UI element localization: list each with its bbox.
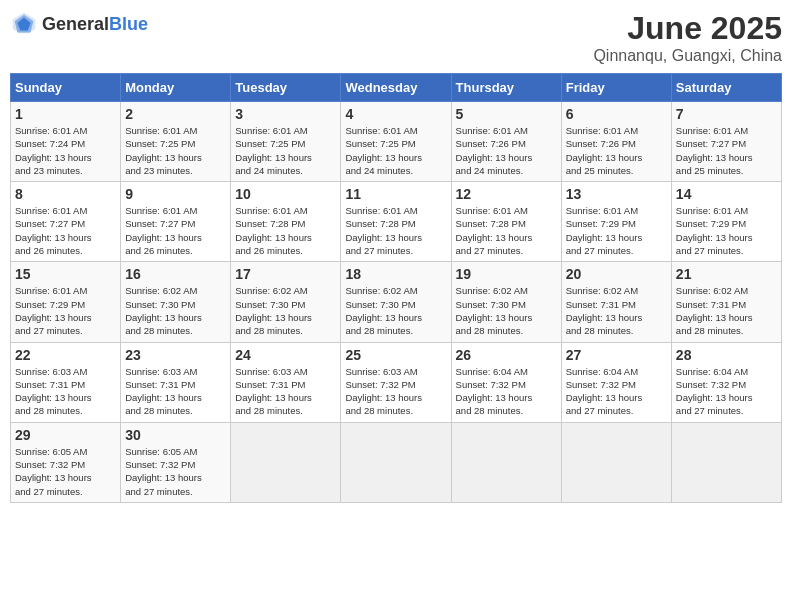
day-number: 29 bbox=[15, 427, 116, 443]
day-number: 7 bbox=[676, 106, 777, 122]
day-number: 22 bbox=[15, 347, 116, 363]
calendar-cell bbox=[671, 422, 781, 502]
day-info: Sunrise: 6:01 AM Sunset: 7:25 PM Dayligh… bbox=[125, 124, 226, 177]
day-number: 20 bbox=[566, 266, 667, 282]
day-info: Sunrise: 6:04 AM Sunset: 7:32 PM Dayligh… bbox=[676, 365, 777, 418]
calendar-cell: 1Sunrise: 6:01 AM Sunset: 7:24 PM Daylig… bbox=[11, 102, 121, 182]
calendar-cell: 14Sunrise: 6:01 AM Sunset: 7:29 PM Dayli… bbox=[671, 182, 781, 262]
day-info: Sunrise: 6:05 AM Sunset: 7:32 PM Dayligh… bbox=[125, 445, 226, 498]
day-number: 27 bbox=[566, 347, 667, 363]
day-number: 6 bbox=[566, 106, 667, 122]
day-number: 21 bbox=[676, 266, 777, 282]
calendar-cell: 20Sunrise: 6:02 AM Sunset: 7:31 PM Dayli… bbox=[561, 262, 671, 342]
calendar-cell: 4Sunrise: 6:01 AM Sunset: 7:25 PM Daylig… bbox=[341, 102, 451, 182]
day-info: Sunrise: 6:01 AM Sunset: 7:25 PM Dayligh… bbox=[345, 124, 446, 177]
subtitle: Qinnanqu, Guangxi, China bbox=[593, 47, 782, 65]
calendar-cell: 30Sunrise: 6:05 AM Sunset: 7:32 PM Dayli… bbox=[121, 422, 231, 502]
day-info: Sunrise: 6:02 AM Sunset: 7:30 PM Dayligh… bbox=[235, 284, 336, 337]
col-saturday: Saturday bbox=[671, 74, 781, 102]
calendar-cell: 3Sunrise: 6:01 AM Sunset: 7:25 PM Daylig… bbox=[231, 102, 341, 182]
calendar-cell: 6Sunrise: 6:01 AM Sunset: 7:26 PM Daylig… bbox=[561, 102, 671, 182]
calendar-cell: 26Sunrise: 6:04 AM Sunset: 7:32 PM Dayli… bbox=[451, 342, 561, 422]
calendar-row: 29Sunrise: 6:05 AM Sunset: 7:32 PM Dayli… bbox=[11, 422, 782, 502]
calendar-cell: 11Sunrise: 6:01 AM Sunset: 7:28 PM Dayli… bbox=[341, 182, 451, 262]
day-info: Sunrise: 6:03 AM Sunset: 7:32 PM Dayligh… bbox=[345, 365, 446, 418]
calendar-row: 15Sunrise: 6:01 AM Sunset: 7:29 PM Dayli… bbox=[11, 262, 782, 342]
day-number: 15 bbox=[15, 266, 116, 282]
calendar-row: 8Sunrise: 6:01 AM Sunset: 7:27 PM Daylig… bbox=[11, 182, 782, 262]
title-area: June 2025 Qinnanqu, Guangxi, China bbox=[593, 10, 782, 65]
day-number: 8 bbox=[15, 186, 116, 202]
calendar-cell: 13Sunrise: 6:01 AM Sunset: 7:29 PM Dayli… bbox=[561, 182, 671, 262]
day-info: Sunrise: 6:01 AM Sunset: 7:27 PM Dayligh… bbox=[676, 124, 777, 177]
day-info: Sunrise: 6:01 AM Sunset: 7:28 PM Dayligh… bbox=[235, 204, 336, 257]
col-friday: Friday bbox=[561, 74, 671, 102]
calendar-row: 22Sunrise: 6:03 AM Sunset: 7:31 PM Dayli… bbox=[11, 342, 782, 422]
day-info: Sunrise: 6:01 AM Sunset: 7:26 PM Dayligh… bbox=[456, 124, 557, 177]
calendar-cell: 18Sunrise: 6:02 AM Sunset: 7:30 PM Dayli… bbox=[341, 262, 451, 342]
calendar-cell bbox=[451, 422, 561, 502]
calendar-cell: 10Sunrise: 6:01 AM Sunset: 7:28 PM Dayli… bbox=[231, 182, 341, 262]
calendar-cell: 24Sunrise: 6:03 AM Sunset: 7:31 PM Dayli… bbox=[231, 342, 341, 422]
calendar-cell: 9Sunrise: 6:01 AM Sunset: 7:27 PM Daylig… bbox=[121, 182, 231, 262]
day-number: 10 bbox=[235, 186, 336, 202]
col-wednesday: Wednesday bbox=[341, 74, 451, 102]
day-number: 2 bbox=[125, 106, 226, 122]
calendar-row: 1Sunrise: 6:01 AM Sunset: 7:24 PM Daylig… bbox=[11, 102, 782, 182]
day-info: Sunrise: 6:01 AM Sunset: 7:29 PM Dayligh… bbox=[676, 204, 777, 257]
calendar-cell: 21Sunrise: 6:02 AM Sunset: 7:31 PM Dayli… bbox=[671, 262, 781, 342]
day-info: Sunrise: 6:01 AM Sunset: 7:29 PM Dayligh… bbox=[566, 204, 667, 257]
day-number: 14 bbox=[676, 186, 777, 202]
calendar-cell: 19Sunrise: 6:02 AM Sunset: 7:30 PM Dayli… bbox=[451, 262, 561, 342]
day-info: Sunrise: 6:01 AM Sunset: 7:28 PM Dayligh… bbox=[345, 204, 446, 257]
col-monday: Monday bbox=[121, 74, 231, 102]
calendar-cell: 25Sunrise: 6:03 AM Sunset: 7:32 PM Dayli… bbox=[341, 342, 451, 422]
day-info: Sunrise: 6:02 AM Sunset: 7:30 PM Dayligh… bbox=[456, 284, 557, 337]
day-info: Sunrise: 6:02 AM Sunset: 7:30 PM Dayligh… bbox=[125, 284, 226, 337]
calendar-cell: 2Sunrise: 6:01 AM Sunset: 7:25 PM Daylig… bbox=[121, 102, 231, 182]
day-number: 28 bbox=[676, 347, 777, 363]
col-tuesday: Tuesday bbox=[231, 74, 341, 102]
day-number: 24 bbox=[235, 347, 336, 363]
day-info: Sunrise: 6:03 AM Sunset: 7:31 PM Dayligh… bbox=[235, 365, 336, 418]
calendar-cell: 12Sunrise: 6:01 AM Sunset: 7:28 PM Dayli… bbox=[451, 182, 561, 262]
day-number: 30 bbox=[125, 427, 226, 443]
day-number: 11 bbox=[345, 186, 446, 202]
calendar-cell: 22Sunrise: 6:03 AM Sunset: 7:31 PM Dayli… bbox=[11, 342, 121, 422]
day-number: 4 bbox=[345, 106, 446, 122]
day-info: Sunrise: 6:01 AM Sunset: 7:27 PM Dayligh… bbox=[125, 204, 226, 257]
day-info: Sunrise: 6:01 AM Sunset: 7:25 PM Dayligh… bbox=[235, 124, 336, 177]
day-info: Sunrise: 6:02 AM Sunset: 7:31 PM Dayligh… bbox=[566, 284, 667, 337]
day-number: 5 bbox=[456, 106, 557, 122]
calendar-cell: 29Sunrise: 6:05 AM Sunset: 7:32 PM Dayli… bbox=[11, 422, 121, 502]
day-info: Sunrise: 6:04 AM Sunset: 7:32 PM Dayligh… bbox=[566, 365, 667, 418]
header: GeneralBlue June 2025 Qinnanqu, Guangxi,… bbox=[10, 10, 782, 65]
calendar-header-row: Sunday Monday Tuesday Wednesday Thursday… bbox=[11, 74, 782, 102]
calendar-cell bbox=[231, 422, 341, 502]
day-number: 19 bbox=[456, 266, 557, 282]
calendar-cell: 28Sunrise: 6:04 AM Sunset: 7:32 PM Dayli… bbox=[671, 342, 781, 422]
day-number: 23 bbox=[125, 347, 226, 363]
calendar-cell: 16Sunrise: 6:02 AM Sunset: 7:30 PM Dayli… bbox=[121, 262, 231, 342]
day-number: 16 bbox=[125, 266, 226, 282]
day-number: 17 bbox=[235, 266, 336, 282]
col-sunday: Sunday bbox=[11, 74, 121, 102]
day-number: 26 bbox=[456, 347, 557, 363]
day-number: 13 bbox=[566, 186, 667, 202]
day-number: 18 bbox=[345, 266, 446, 282]
day-number: 25 bbox=[345, 347, 446, 363]
day-number: 12 bbox=[456, 186, 557, 202]
main-title: June 2025 bbox=[593, 10, 782, 47]
day-info: Sunrise: 6:01 AM Sunset: 7:29 PM Dayligh… bbox=[15, 284, 116, 337]
calendar-cell: 27Sunrise: 6:04 AM Sunset: 7:32 PM Dayli… bbox=[561, 342, 671, 422]
logo-icon bbox=[10, 10, 38, 38]
calendar-cell: 7Sunrise: 6:01 AM Sunset: 7:27 PM Daylig… bbox=[671, 102, 781, 182]
day-info: Sunrise: 6:01 AM Sunset: 7:26 PM Dayligh… bbox=[566, 124, 667, 177]
calendar-cell bbox=[341, 422, 451, 502]
day-info: Sunrise: 6:01 AM Sunset: 7:28 PM Dayligh… bbox=[456, 204, 557, 257]
calendar-cell: 8Sunrise: 6:01 AM Sunset: 7:27 PM Daylig… bbox=[11, 182, 121, 262]
day-number: 1 bbox=[15, 106, 116, 122]
calendar-cell bbox=[561, 422, 671, 502]
logo-text: GeneralBlue bbox=[42, 14, 148, 35]
day-info: Sunrise: 6:03 AM Sunset: 7:31 PM Dayligh… bbox=[125, 365, 226, 418]
